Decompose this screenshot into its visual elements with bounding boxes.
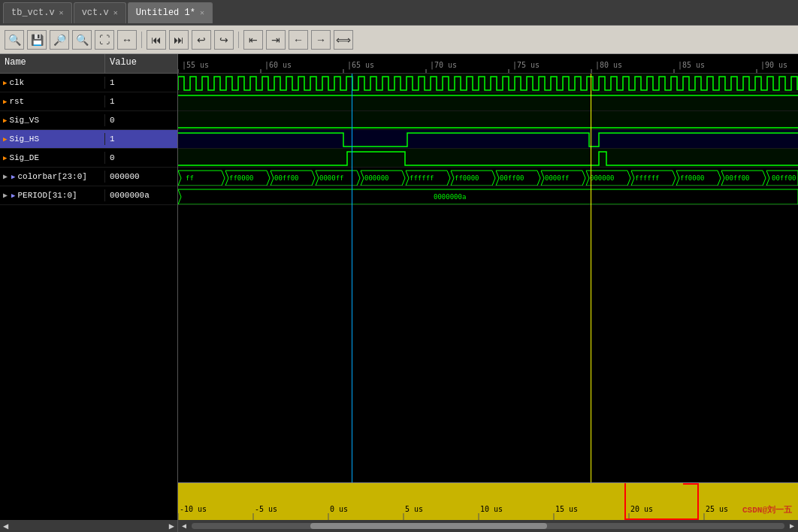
svg-text:ffffff: ffffff (635, 174, 660, 182)
next-edge-button[interactable]: ⇥ (266, 30, 286, 50)
tab-label: vct.v (82, 8, 109, 18)
more-button[interactable]: ⟺ (334, 30, 353, 50)
svg-text:|85 us: |85 us (678, 61, 705, 70)
scrollbar-area[interactable]: ◀ ▶ (178, 520, 798, 532)
sig-value-rst: 1 (105, 95, 177, 107)
signal-row-rst[interactable]: ▶ rst 1 (0, 92, 177, 111)
minimap-viewport[interactable]: 16.550000 us (624, 483, 699, 520)
tab-label: Untitled 1* (136, 8, 195, 18)
svg-text:ff0000: ff0000 (680, 174, 705, 182)
svg-text:|70 us: |70 us (430, 61, 457, 70)
svg-text:0 us: 0 us (330, 505, 348, 513)
svg-text:00ff00: 00ff00 (772, 174, 796, 182)
sig-icon-period: ▶ (11, 192, 15, 200)
scroll-right-icon[interactable]: ▶ (169, 521, 174, 532)
sig-name-de: ▶ Sig_DE (0, 152, 105, 164)
cursor-yellow-line (591, 74, 591, 482)
svg-text:0000000a: 0000000a (434, 193, 466, 201)
sig-value-colorbar: 000000 (105, 171, 177, 183)
minimap-svg: -10 us -5 us 0 us 5 us 10 us 15 us 20 us… (178, 483, 798, 520)
svg-text:|60 us: |60 us (264, 61, 292, 70)
signal-scroll-bar: ◀ ▶ (0, 520, 177, 532)
signal-header: Name Value (0, 54, 177, 74)
sig-name-vs: ▶ Sig_VS (0, 114, 105, 126)
svg-text:5 us: 5 us (405, 505, 423, 513)
svg-text:000000: 000000 (590, 174, 615, 182)
go-start-button[interactable]: ⏮ (147, 30, 166, 50)
signal-row-colorbar[interactable]: ▶ ▶ colorbar[23:0] 000000 (0, 168, 177, 186)
sig-name-clk: ▶ clk (0, 77, 105, 89)
waveform-sig-de (178, 149, 798, 168)
time-ruler[interactable]: 63.235000 us 79.785000 us |55 us |60 us … (178, 54, 798, 74)
fwd-button[interactable]: → (311, 30, 331, 50)
scroll-right-arrow[interactable]: ▶ (787, 521, 796, 530)
back-button[interactable]: ← (289, 30, 308, 50)
toolbar: 🔍 💾 🔎 🔍 ⛶ ↔ ⏮ ⏭ ↩ ↪ ⇤ ⇥ ← → ⟺ (0, 26, 798, 54)
tab-close-1[interactable]: ✕ (113, 8, 118, 17)
sig-value-clk: 1 (105, 77, 177, 89)
expand-icon-colorbar[interactable]: ▶ (3, 172, 8, 181)
sep2 (238, 32, 239, 48)
zoom-100-button[interactable]: ↔ (117, 30, 137, 50)
sig-name-rst: ▶ rst (0, 95, 105, 107)
svg-text:ff0000: ff0000 (229, 174, 254, 182)
zoom-fit-button[interactable]: ⛶ (95, 30, 114, 50)
scroll-left-arrow[interactable]: ◀ (180, 521, 189, 530)
waveform-empty (178, 205, 798, 482)
waveform-rst (178, 92, 798, 111)
scrollbar-thumb[interactable] (310, 523, 548, 529)
go-end-button[interactable]: ⏭ (169, 30, 189, 50)
search-button[interactable]: 🔍 (5, 30, 24, 50)
cursor-blue-line (352, 74, 352, 482)
waveform-colorbar-svg: ff ff0000 00ff00 0000ff 000000 ffffff (178, 168, 798, 186)
waveform-rst-svg (178, 92, 798, 111)
svg-text:15 us: 15 us (555, 505, 578, 513)
signal-row-sig-vs[interactable]: ▶ Sig_VS 0 (0, 111, 177, 130)
svg-text:|90 us: |90 us (760, 61, 787, 70)
tab-close-0[interactable]: ✕ (59, 8, 64, 17)
minimap[interactable]: -10 us -5 us 0 us 5 us 10 us 15 us 20 us… (178, 482, 798, 520)
signal-panel: Name Value ▶ clk 1 ▶ rst 1 ▶ (0, 54, 178, 532)
signal-list: ▶ clk 1 ▶ rst 1 ▶ Sig_VS 0 (0, 74, 177, 520)
sig-name-period: ▶ ▶ PERIOD[31:0] (0, 189, 105, 201)
waveform-de-svg (178, 149, 798, 168)
waveform-period: 0000000a (178, 186, 798, 205)
save-button[interactable]: 💾 (27, 30, 47, 50)
scrollbar-track[interactable] (192, 523, 784, 529)
zoom-out-button[interactable]: 🔍 (72, 30, 92, 50)
svg-text:|55 us: |55 us (182, 61, 209, 70)
zoom-in-button[interactable]: 🔎 (50, 30, 69, 50)
waveform-sig-vs (178, 111, 798, 130)
signal-row-sig-hs[interactable]: ▶ Sig_HS 1 (0, 130, 177, 149)
svg-text:0000ff: 0000ff (319, 174, 344, 182)
sig-name-hs: ▶ Sig_HS (0, 133, 105, 145)
tab-untitled[interactable]: Untitled 1* ✕ (128, 2, 213, 23)
tab-close-2[interactable]: ✕ (200, 8, 204, 17)
header-value: Value (105, 54, 177, 73)
minimap-viewport-label: 16.550000 us (626, 482, 683, 485)
sig-icon-de: ▶ (3, 154, 7, 162)
waveform-canvas[interactable]: ff ff0000 00ff00 0000ff 000000 ffffff (178, 74, 798, 482)
scroll-left-icon[interactable]: ◀ (3, 521, 8, 532)
sig-value-period: 0000000a (105, 189, 177, 201)
signal-row-period[interactable]: ▶ ▶ PERIOD[31:0] 0000000a (0, 186, 177, 205)
time-ruler-svg: |55 us |60 us |65 us |70 us |75 us |80 u… (178, 54, 798, 74)
svg-text:000000: 000000 (364, 174, 389, 182)
step-back-button[interactable]: ↩ (192, 30, 211, 50)
waveform-clk (178, 74, 798, 92)
svg-text:ff0000: ff0000 (455, 174, 479, 182)
expand-icon-period[interactable]: ▶ (3, 191, 8, 200)
svg-text:0000ff: 0000ff (545, 174, 570, 182)
waveform-vs-svg (178, 111, 798, 130)
tab-vct[interactable]: vct.v ✕ (74, 2, 126, 23)
sig-icon-colorbar: ▶ (11, 173, 15, 181)
tab-tb-vct[interactable]: tb_vct.v ✕ (3, 2, 72, 23)
header-name: Name (0, 54, 105, 73)
waveform-sig-hs (178, 130, 798, 149)
svg-text:|65 us: |65 us (347, 61, 374, 70)
waveform-area[interactable]: 63.235000 us 79.785000 us |55 us |60 us … (178, 54, 798, 532)
prev-edge-button[interactable]: ⇤ (243, 30, 263, 50)
step-fwd-button[interactable]: ↪ (214, 30, 234, 50)
signal-row-clk[interactable]: ▶ clk 1 (0, 74, 177, 92)
signal-row-sig-de[interactable]: ▶ Sig_DE 0 (0, 149, 177, 168)
